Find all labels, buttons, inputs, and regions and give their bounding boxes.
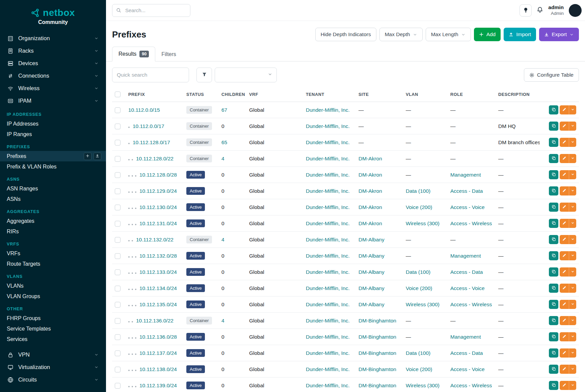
copy-button[interactable] — [549, 122, 558, 131]
column-header-prefix[interactable]: PREFIX — [126, 87, 184, 102]
children-link[interactable]: 65 — [221, 139, 227, 145]
site-link[interactable]: DM-Akron — [358, 220, 382, 226]
role-link[interactable]: Access - Wireless — [450, 302, 492, 307]
tab-filters[interactable]: Filters — [155, 48, 182, 61]
sidebar-item-service-templates[interactable]: Service Templates — [0, 323, 106, 334]
user-menu[interactable]: admin Admin — [548, 4, 564, 16]
export-dropdown-button[interactable]: Export — [539, 28, 579, 41]
column-header-site[interactable]: SITE — [356, 87, 403, 102]
column-header-tenant[interactable]: TENANT — [303, 87, 356, 102]
vlan-link[interactable]: Wireless (300) — [406, 220, 440, 226]
row-checkbox[interactable] — [115, 286, 121, 291]
edit-dropdown-button[interactable] — [569, 203, 576, 212]
vlan-link[interactable]: Data (100) — [406, 350, 430, 356]
sidebar-add-button[interactable] — [84, 153, 91, 160]
sidebar-group-ipam[interactable]: IPAM — [0, 95, 106, 107]
copy-button[interactable] — [549, 170, 558, 179]
add-button[interactable]: Add — [474, 28, 501, 41]
role-link[interactable]: Access - Data — [450, 269, 483, 275]
sidebar-item-fhrp-groups[interactable]: FHRP Groups — [0, 313, 106, 323]
edit-button[interactable] — [560, 186, 569, 195]
site-link[interactable]: DM-Binghamton — [358, 318, 396, 323]
edit-button[interactable] — [560, 154, 569, 163]
edit-button[interactable] — [560, 203, 569, 212]
sidebar-item-vlan-groups[interactable]: VLAN Groups — [0, 291, 106, 302]
prefix-link[interactable]: 10.112.129.0/24 — [139, 188, 177, 194]
column-header-role[interactable]: ROLE — [448, 87, 496, 102]
copy-button[interactable] — [549, 203, 558, 212]
tenant-link[interactable]: Dunder-Mifflin, Inc. — [306, 285, 350, 291]
row-checkbox[interactable] — [115, 302, 121, 308]
filter-select[interactable] — [215, 68, 277, 82]
role-link[interactable]: Access - Voice — [450, 204, 485, 210]
prefix-link[interactable]: 10.112.0.0/15 — [128, 107, 160, 113]
copy-button[interactable] — [549, 105, 558, 114]
tenant-link[interactable]: Dunder-Mifflin, Inc. — [306, 107, 350, 113]
sidebar-item-vrfs[interactable]: VRFs — [0, 248, 106, 259]
edit-dropdown-button[interactable] — [569, 381, 576, 390]
column-header-description[interactable]: DESCRIPTION — [496, 87, 540, 102]
site-link[interactable]: DM-Akron — [358, 188, 382, 194]
edit-button[interactable] — [560, 300, 569, 309]
tenant-link[interactable]: Dunder-Mifflin, Inc. — [306, 318, 350, 323]
row-checkbox[interactable] — [115, 205, 121, 210]
max-length-dropdown[interactable]: Max Length — [426, 28, 471, 41]
row-checkbox[interactable] — [115, 188, 121, 194]
copy-button[interactable] — [549, 235, 558, 244]
role-link[interactable]: Management — [450, 172, 481, 178]
edit-dropdown-button[interactable] — [569, 219, 576, 228]
tenant-link[interactable]: Dunder-Mifflin, Inc. — [306, 350, 350, 356]
copy-button[interactable] — [549, 284, 558, 293]
row-checkbox[interactable] — [115, 334, 121, 340]
row-checkbox[interactable] — [115, 318, 121, 324]
sidebar-item-services[interactable]: Services — [0, 334, 106, 344]
vlan-link[interactable]: Voice (200) — [406, 285, 432, 291]
copy-button[interactable] — [549, 348, 558, 358]
prefix-link[interactable]: 10.112.132.0/28 — [139, 253, 177, 259]
site-link[interactable]: DM-Albany — [358, 285, 384, 291]
column-header-vrf[interactable]: VRF — [246, 87, 303, 102]
edit-button[interactable] — [560, 365, 569, 374]
prefix-link[interactable]: 10.112.132.0/22 — [136, 237, 174, 242]
row-checkbox[interactable] — [115, 221, 121, 227]
prefix-link[interactable]: 10.112.135.0/24 — [139, 302, 177, 307]
site-link[interactable]: DM-Akron — [358, 204, 382, 210]
site-link[interactable]: DM-Albany — [358, 302, 384, 307]
sidebar-group-circuits[interactable]: Circuits — [0, 373, 106, 386]
role-link[interactable]: Access - Voice — [450, 366, 485, 372]
column-header-vlan[interactable]: VLAN — [403, 87, 448, 102]
copy-button[interactable] — [549, 138, 558, 147]
prefix-link[interactable]: 10.112.134.0/24 — [139, 285, 177, 291]
vlan-link[interactable]: Voice (200) — [406, 204, 432, 210]
edit-button[interactable] — [560, 251, 569, 260]
edit-dropdown-button[interactable] — [569, 284, 576, 293]
vlan-link[interactable]: Data (100) — [406, 188, 430, 194]
global-search-input[interactable] — [112, 4, 190, 17]
copy-button[interactable] — [549, 381, 558, 390]
edit-button[interactable] — [560, 332, 569, 341]
copy-button[interactable] — [549, 316, 558, 325]
copy-button[interactable] — [549, 300, 558, 309]
sidebar-item-route-targets[interactable]: Route Targets — [0, 259, 106, 269]
site-link[interactable]: DM-Albany — [358, 253, 384, 259]
tenant-link[interactable]: Dunder-Mifflin, Inc. — [306, 366, 350, 372]
edit-dropdown-button[interactable] — [569, 251, 576, 260]
edit-button[interactable] — [560, 170, 569, 179]
copy-button[interactable] — [549, 186, 558, 195]
copy-button[interactable] — [549, 219, 558, 228]
row-checkbox[interactable] — [115, 367, 121, 372]
prefix-link[interactable]: 10.112.128.0/17 — [133, 139, 170, 145]
vlan-link[interactable]: Wireless (300) — [406, 383, 440, 388]
row-checkbox[interactable] — [115, 237, 121, 243]
sidebar-import-button[interactable] — [94, 153, 101, 160]
column-header-children[interactable]: CHILDREN — [219, 87, 246, 102]
sidebar-item-prefixes[interactable]: Prefixes — [0, 151, 106, 161]
edit-dropdown-button[interactable] — [569, 348, 576, 358]
edit-button[interactable] — [560, 381, 569, 390]
prefix-link[interactable]: 10.112.136.0/28 — [139, 334, 177, 340]
configure-table-button[interactable]: Configure Table — [524, 68, 579, 82]
edit-dropdown-button[interactable] — [569, 105, 576, 114]
tenant-link[interactable]: Dunder-Mifflin, Inc. — [306, 172, 350, 178]
tenant-link[interactable]: Dunder-Mifflin, Inc. — [306, 253, 350, 259]
prefix-link[interactable]: 10.112.128.0/28 — [139, 172, 177, 178]
